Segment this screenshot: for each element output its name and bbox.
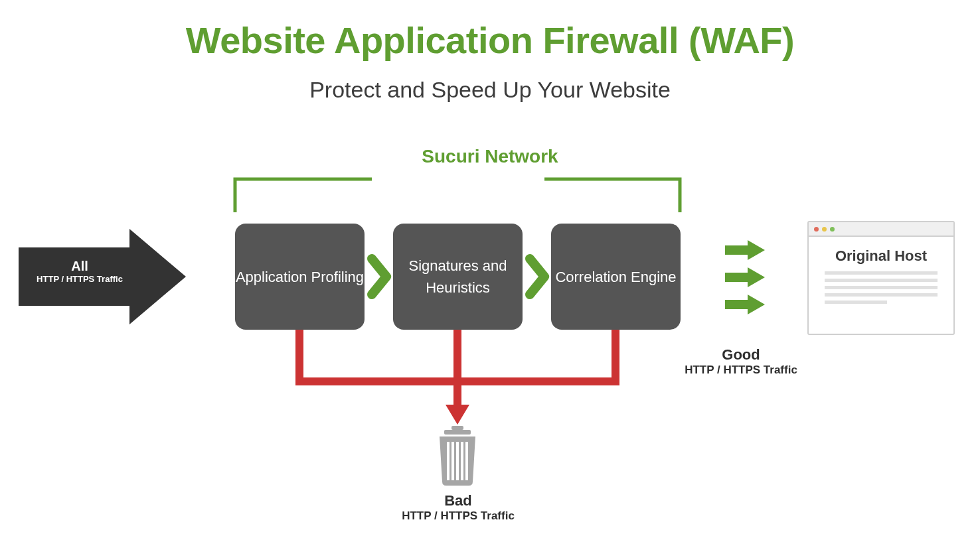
bad-line1: Bad	[359, 492, 558, 509]
bad-line2: HTTP / HTTPS Traffic	[359, 509, 558, 523]
svg-rect-3	[725, 273, 748, 282]
page-subtitle: Protect and Speed Up Your Website	[0, 77, 980, 103]
bad-traffic-label: Bad HTTP / HTTPS Traffic	[359, 492, 558, 523]
svg-rect-12	[444, 430, 471, 435]
stage-signatures-heuristics: Signatures and Heuristics	[393, 224, 523, 330]
window-dot-red-icon	[814, 227, 819, 232]
stage-label: Correlation Engine	[555, 266, 676, 288]
chevron-icon	[530, 259, 544, 295]
good-line1: Good	[675, 346, 807, 364]
svg-rect-5	[725, 300, 748, 309]
window-dot-green-icon	[830, 227, 835, 232]
input-arrow-label: All HTTP / HTTPS Traffic	[23, 259, 136, 284]
arrow-right-icon	[725, 240, 765, 260]
stage-label: Signatures and Heuristics	[393, 255, 523, 299]
svg-rect-1	[725, 245, 748, 255]
svg-marker-4	[748, 267, 765, 287]
stage-correlation-engine: Correlation Engine	[551, 224, 681, 330]
trash-slits	[448, 442, 467, 480]
arrow-down-icon	[446, 405, 469, 425]
stage-label: Application Profiling	[236, 266, 364, 288]
svg-rect-13	[451, 426, 463, 430]
browser-titlebar	[809, 222, 953, 237]
window-dot-yellow-icon	[822, 227, 827, 232]
input-arrow-line1: All	[23, 259, 136, 274]
svg-marker-2	[748, 240, 765, 260]
original-host-browser: Original Host	[807, 221, 955, 335]
trash-icon	[440, 426, 475, 486]
stage-application-profiling: Application Profiling	[235, 224, 365, 330]
original-host-label: Original Host	[809, 247, 953, 265]
good-traffic-label: Good HTTP / HTTPS Traffic	[675, 346, 807, 377]
input-arrow-line2: HTTP / HTTPS Traffic	[23, 274, 136, 284]
chevron-icon	[372, 259, 386, 295]
browser-content-lines	[809, 265, 953, 304]
arrow-right-icon	[725, 267, 765, 287]
svg-marker-0	[19, 229, 186, 324]
network-label: Sucuri Network	[0, 146, 980, 167]
input-arrow-icon	[19, 229, 186, 324]
network-bracket	[235, 179, 680, 212]
bad-traffic-pipe	[295, 330, 619, 408]
good-line2: HTTP / HTTPS Traffic	[675, 364, 807, 377]
page-title: Website Application Firewall (WAF)	[0, 19, 980, 62]
svg-marker-6	[748, 295, 765, 314]
arrow-right-icon	[725, 295, 765, 314]
